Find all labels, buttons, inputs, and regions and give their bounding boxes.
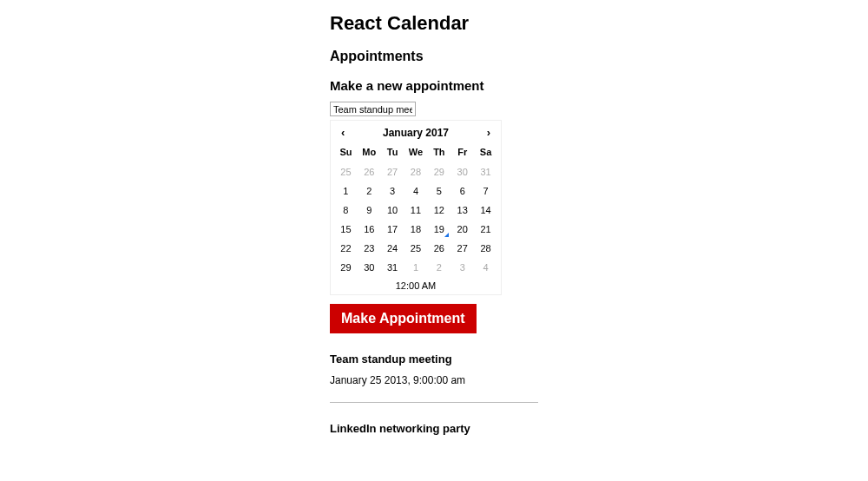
calendar-day[interactable]: 13: [450, 201, 474, 220]
calendar-day[interactable]: 27: [381, 162, 404, 181]
calendar-day[interactable]: 11: [404, 201, 428, 220]
calendar-day[interactable]: 7: [474, 181, 497, 201]
calendar-day[interactable]: 1: [334, 181, 358, 201]
calendar-day[interactable]: 22: [334, 239, 358, 258]
calendar-day[interactable]: 20: [450, 220, 474, 239]
calendar-day[interactable]: 1: [404, 258, 428, 277]
calendar-day[interactable]: 4: [404, 181, 428, 201]
dow-header: We: [404, 144, 428, 162]
calendar-day[interactable]: 16: [358, 220, 381, 239]
calendar-day[interactable]: 28: [404, 162, 428, 181]
dow-header: Tu: [381, 144, 404, 162]
appointment-title: LinkedIn networking party: [330, 422, 868, 435]
calendar-day[interactable]: 12: [427, 201, 450, 220]
calendar-day[interactable]: 29: [427, 162, 450, 181]
calendar-day[interactable]: 9: [358, 201, 381, 220]
make-appointment-button[interactable]: Make Appointment: [330, 304, 477, 333]
calendar-day[interactable]: 30: [358, 258, 381, 277]
calendar-day[interactable]: 15: [334, 220, 358, 239]
dow-header: Su: [334, 144, 358, 162]
calendar-day[interactable]: 2: [427, 258, 450, 277]
calendar-day[interactable]: 31: [381, 258, 404, 277]
month-label[interactable]: January 2017: [348, 127, 483, 139]
calendar-day[interactable]: 5: [427, 181, 450, 201]
page-title: React Calendar: [330, 12, 868, 35]
calendar-day[interactable]: 3: [450, 258, 474, 277]
appointment-title-input[interactable]: [330, 102, 416, 116]
calendar-day[interactable]: 24: [381, 239, 404, 258]
dow-header: Mo: [358, 144, 381, 162]
prev-month-button[interactable]: ‹: [338, 126, 348, 139]
calendar-day[interactable]: 25: [404, 239, 428, 258]
calendar-day[interactable]: 19: [427, 220, 450, 239]
dow-header: Th: [427, 144, 450, 162]
calendar-day[interactable]: 2: [358, 181, 381, 201]
calendar-day[interactable]: 21: [474, 220, 497, 239]
appointments-heading: Appointments: [330, 49, 868, 64]
date-picker: ‹ January 2017 › SuMoTuWeThFrSa252627282…: [330, 120, 502, 295]
calendar-day[interactable]: 26: [427, 239, 450, 258]
appointment-title: Team standup meeting: [330, 353, 868, 366]
calendar-day[interactable]: 30: [450, 162, 474, 181]
calendar-day[interactable]: 28: [474, 239, 497, 258]
next-month-button[interactable]: ›: [483, 126, 494, 139]
calendar-day[interactable]: 10: [381, 201, 404, 220]
divider: [330, 402, 538, 403]
calendar-day[interactable]: 23: [358, 239, 381, 258]
calendar-day[interactable]: 18: [404, 220, 428, 239]
calendar-day[interactable]: 6: [450, 181, 474, 201]
calendar-day[interactable]: 17: [381, 220, 404, 239]
calendar-day[interactable]: 4: [474, 258, 497, 277]
calendar-day[interactable]: 31: [474, 162, 497, 181]
calendar-day[interactable]: 25: [334, 162, 358, 181]
calendar-day[interactable]: 29: [334, 258, 358, 277]
time-display[interactable]: 12:00 AM: [331, 277, 501, 291]
dow-header: Sa: [474, 144, 497, 162]
calendar-day[interactable]: 27: [450, 239, 474, 258]
appointment-date: January 25 2013, 9:00:00 am: [330, 374, 868, 386]
dow-header: Fr: [450, 144, 474, 162]
calendar-day[interactable]: 8: [334, 201, 358, 220]
calendar-day[interactable]: 3: [381, 181, 404, 201]
new-appointment-heading: Make a new appointment: [330, 78, 868, 93]
calendar-day[interactable]: 14: [474, 201, 497, 220]
calendar-day[interactable]: 26: [358, 162, 381, 181]
